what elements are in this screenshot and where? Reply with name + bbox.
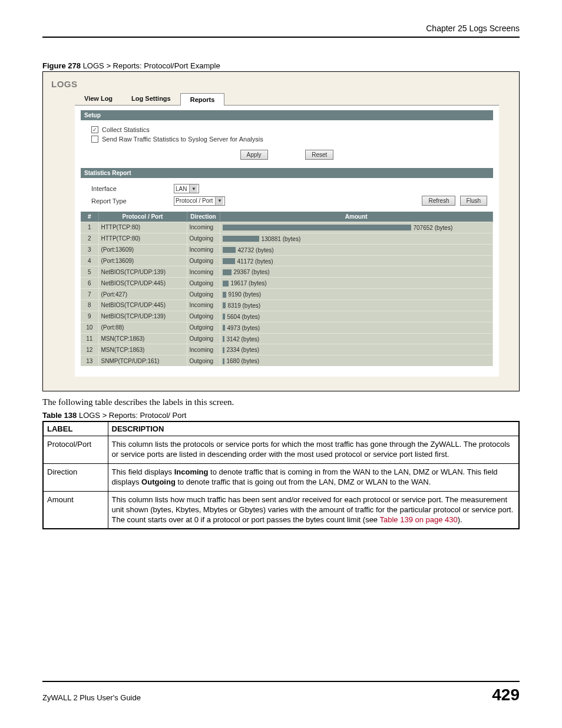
table-row: 12MSN(TCP:1863)Incoming2334 (bytes) xyxy=(81,344,493,355)
amount-bar xyxy=(223,358,224,364)
cell-direction: Outgoing xyxy=(187,233,220,244)
cell-protocol: (Port:13609) xyxy=(98,255,187,266)
table-row: DirectionThis field displays Incoming to… xyxy=(43,463,519,491)
tabs-row: View Log Log Settings Reports xyxy=(75,93,499,106)
cell-description: This field displays Incoming to denote t… xyxy=(108,463,519,491)
table-row: 3(Port:13609)Incoming42732 (bytes) xyxy=(81,244,493,255)
figure-number: Figure 278 xyxy=(42,61,81,70)
amount-bar xyxy=(223,247,236,253)
th-number: # xyxy=(81,212,98,222)
collect-statistics-checkbox[interactable]: ✓ xyxy=(91,126,98,133)
amount-label: 3142 (bytes) xyxy=(227,335,260,342)
cell-direction: Incoming xyxy=(187,300,220,311)
refresh-button[interactable]: Refresh xyxy=(422,196,455,206)
send-raw-traffic-checkbox[interactable] xyxy=(91,136,98,143)
table-row: 6NetBIOS(TCP/UDP:445)Outgoing19617 (byte… xyxy=(81,278,493,289)
cell-number: 13 xyxy=(81,355,98,366)
table-row: 11MSN(TCP:1863)Outgoing3142 (bytes) xyxy=(81,333,493,344)
table-row: 9NetBIOS(TCP/UDP:139)Outgoing5604 (bytes… xyxy=(81,311,493,322)
cell-number: 6 xyxy=(81,278,98,289)
amount-bar xyxy=(223,347,224,353)
amount-bar xyxy=(223,281,229,286)
setup-buttons: Apply Reset xyxy=(81,150,493,160)
amount-label: 29367 (bytes) xyxy=(234,269,270,275)
cell-protocol: MSN(TCP:1863) xyxy=(98,344,187,355)
cell-amount: 5604 (bytes) xyxy=(220,311,493,322)
cell-direction: Outgoing xyxy=(187,322,220,333)
cell-amount: 130881 (bytes) xyxy=(220,233,493,244)
chevron-down-icon: ▼ xyxy=(189,185,197,193)
amount-bar xyxy=(223,325,225,331)
cell-amount: 19617 (bytes) xyxy=(220,278,493,289)
report-type-value: Protocol / Port xyxy=(176,197,213,204)
table-title: LOGS > Reports: Protocol/ Port xyxy=(77,411,186,420)
amount-label: 42732 (bytes) xyxy=(238,247,274,253)
cell-protocol: NetBIOS(TCP/UDP:139) xyxy=(98,266,187,278)
table-row: 1HTTP(TCP:80)Incoming707652 (bytes) xyxy=(81,222,493,233)
page-footer: ZyWALL 2 Plus User's Guide 429 xyxy=(42,681,520,704)
setup-section-header: Setup xyxy=(81,110,493,120)
cell-amount: 42732 (bytes) xyxy=(220,244,493,255)
cell-direction: Incoming xyxy=(187,222,220,233)
amount-bar xyxy=(223,302,226,308)
cell-amount: 707652 (bytes) xyxy=(220,222,493,233)
send-raw-traffic-label: Send Raw Traffic Statistics to Syslog Se… xyxy=(102,136,263,143)
tab-view-log[interactable]: View Log xyxy=(75,93,122,105)
cell-direction: Incoming xyxy=(187,266,220,278)
table-row: 2HTTP(TCP:80)Outgoing130881 (bytes) xyxy=(81,233,493,244)
cell-direction: Outgoing xyxy=(187,255,220,266)
cell-label: Direction xyxy=(43,463,108,491)
flush-button[interactable]: Flush xyxy=(460,196,487,206)
page-title: LOGS xyxy=(51,79,511,89)
cell-amount: 3142 (bytes) xyxy=(220,333,493,344)
table-row: 7(Port:427)Outgoing9190 (bytes) xyxy=(81,289,493,300)
cell-description: This column lists the protocols or servi… xyxy=(108,436,519,464)
th-direction: Direction xyxy=(187,212,220,222)
page-number: 429 xyxy=(492,686,520,704)
amount-bar xyxy=(223,225,411,230)
chapter-header: Chapter 25 Logs Screens xyxy=(42,24,520,38)
interface-select[interactable]: LAN ▼ xyxy=(174,184,199,193)
cell-protocol: (Port:13609) xyxy=(98,244,187,255)
cell-protocol: MSN(TCP:1863) xyxy=(98,333,187,344)
cell-protocol: NetBIOS(TCP/UDP:139) xyxy=(98,311,187,322)
footer-guide-title: ZyWALL 2 Plus User's Guide xyxy=(42,693,141,702)
report-type-select[interactable]: Protocol / Port ▼ xyxy=(174,196,225,206)
amount-label: 4973 (bytes) xyxy=(227,325,260,331)
table-number: Table 138 xyxy=(42,411,77,420)
cell-number: 9 xyxy=(81,311,98,322)
cell-protocol: (Port:88) xyxy=(98,322,187,333)
statistics-report-header: Statistics Report xyxy=(81,168,493,178)
table-row: AmountThis column lists how much traffic… xyxy=(43,491,519,529)
cell-number: 11 xyxy=(81,333,98,344)
cell-protocol: NetBIOS(TCP/UDP:445) xyxy=(98,300,187,311)
figure-caption: Figure 278 LOGS > Reports: Protocol/Port… xyxy=(42,61,520,70)
cell-amount: 2334 (bytes) xyxy=(220,344,493,355)
amount-bar xyxy=(223,236,259,242)
tab-log-settings[interactable]: Log Settings xyxy=(122,93,180,105)
collect-statistics-row: ✓ Collect Statistics xyxy=(81,125,493,134)
amount-bar xyxy=(223,258,235,264)
cell-number: 2 xyxy=(81,233,98,244)
cell-protocol: (Port:427) xyxy=(98,289,187,300)
amount-label: 707652 (bytes) xyxy=(414,225,453,231)
cell-protocol: HTTP(TCP:80) xyxy=(98,222,187,233)
table-row: 5NetBIOS(TCP/UDP:139)Incoming29367 (byte… xyxy=(81,266,493,278)
description-table: LABEL DESCRIPTION Protocol/PortThis colu… xyxy=(42,421,520,529)
cell-number: 8 xyxy=(81,300,98,311)
amount-label: 41172 (bytes) xyxy=(237,258,273,264)
cell-protocol: NetBIOS(TCP/UDP:445) xyxy=(98,278,187,289)
cell-label: Amount xyxy=(43,491,108,529)
amount-label: 1680 (bytes) xyxy=(227,358,260,364)
apply-button[interactable]: Apply xyxy=(240,150,268,160)
cell-number: 3 xyxy=(81,244,98,255)
cell-direction: Outgoing xyxy=(187,278,220,289)
screenshot-logs-reports: LOGS View Log Log Settings Reports Setup… xyxy=(42,71,520,391)
tab-reports[interactable]: Reports xyxy=(180,93,225,106)
amount-bar xyxy=(223,292,226,298)
cell-amount: 9190 (bytes) xyxy=(220,289,493,300)
reports-panel: Setup ✓ Collect Statistics Send Raw Traf… xyxy=(75,106,499,377)
table-row: 10(Port:88)Outgoing4973 (bytes) xyxy=(81,322,493,333)
cell-protocol: HTTP(TCP:80) xyxy=(98,233,187,244)
reset-button[interactable]: Reset xyxy=(305,150,333,160)
